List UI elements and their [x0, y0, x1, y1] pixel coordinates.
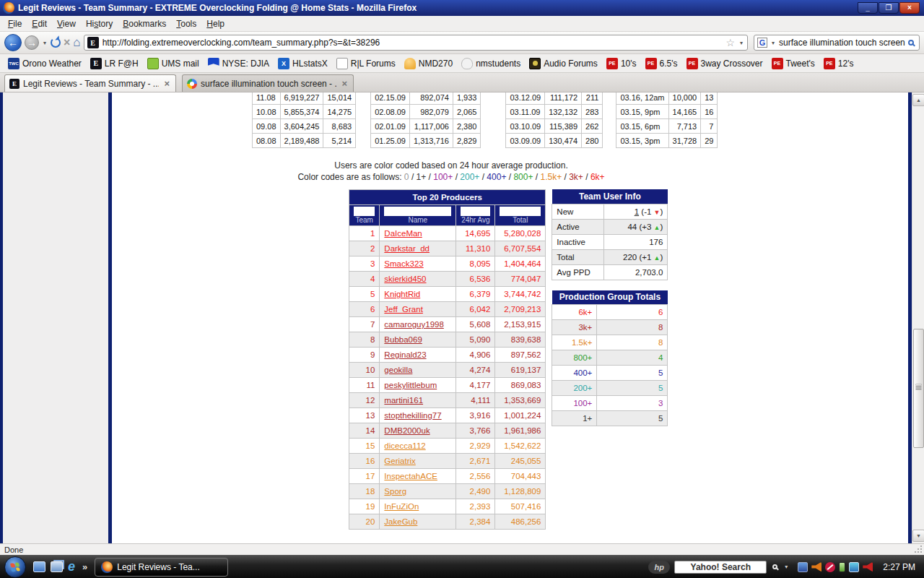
- team-user-info-row: New1 (-1 ▼): [552, 204, 668, 219]
- url-dropdown-icon[interactable]: ▾: [738, 40, 744, 46]
- minimize-button[interactable]: _: [858, 2, 878, 14]
- internet-explorer-icon[interactable]: e: [68, 561, 75, 572]
- tab-legit-reviews[interactable]: E Legit Reviews - Team Summary - ... ×: [4, 74, 176, 92]
- scroll-down-button[interactable]: ▼: [912, 530, 924, 542]
- bookmark-item[interactable]: XHLstatsX: [274, 56, 331, 71]
- bookmark-item[interactable]: PETweet's: [768, 56, 819, 71]
- vertical-scrollbar[interactable]: ▲ ▼: [912, 92, 924, 543]
- stop-button[interactable]: ×: [64, 36, 70, 49]
- url-input[interactable]: http://folding.extremeoverclocking.com/t…: [103, 38, 723, 48]
- search-bar[interactable]: G ▾ surface illumination touch screen: [754, 35, 920, 51]
- menu-history[interactable]: History: [81, 17, 118, 30]
- producer-user-link[interactable]: Jeff_Grant: [384, 305, 423, 314]
- producer-user-link[interactable]: DMB2000uk: [384, 426, 430, 435]
- producer-user-link[interactable]: Bubba069: [384, 335, 422, 344]
- volume-tray-icon[interactable]: [811, 562, 821, 572]
- producer-user-link[interactable]: JakeGub: [384, 517, 417, 526]
- history-date-cell: 02.08.09: [371, 105, 410, 119]
- bookmark-item[interactable]: ELR F@H: [87, 56, 142, 71]
- menu-help[interactable]: Help: [201, 17, 230, 30]
- window-switcher-icon[interactable]: [51, 561, 63, 572]
- reload-button[interactable]: [51, 38, 61, 48]
- yahoo-search-input[interactable]: Yahoo! Search: [674, 561, 767, 574]
- tab-google-search[interactable]: surface illumination touch screen - ... …: [182, 74, 354, 92]
- bookmark-item[interactable]: PE3way Crossover: [683, 56, 767, 71]
- menu-view[interactable]: View: [52, 17, 81, 30]
- yahoo-search-icon[interactable]: [772, 564, 777, 569]
- producer-user-link[interactable]: Reginald23: [384, 350, 426, 359]
- scrollbar-thumb[interactable]: [913, 329, 924, 448]
- menu-bookmarks[interactable]: Bookmarks: [118, 17, 171, 30]
- muted-tray-icon[interactable]: [863, 562, 873, 572]
- history-dropdown-icon[interactable]: ▾: [42, 40, 48, 46]
- color-code-400+: 400+: [487, 172, 506, 182]
- bookmark-star-icon[interactable]: ☆: [725, 37, 735, 48]
- yahoo-dropdown-icon[interactable]: ▾: [783, 564, 789, 570]
- producer-rank: 7: [349, 317, 380, 332]
- messenger-tray-icon[interactable]: [798, 562, 808, 572]
- restore-button[interactable]: ❐: [879, 2, 899, 14]
- bookmark-item[interactable]: PE6.5's: [642, 56, 681, 71]
- producer-user-link[interactable]: KnightRid: [384, 290, 420, 298]
- producer-user-link[interactable]: camaroguy1998: [384, 320, 443, 329]
- search-engine-dropdown-icon[interactable]: ▾: [770, 40, 776, 46]
- producer-user-link[interactable]: Smack323: [384, 259, 423, 268]
- windows-logo-icon: [10, 562, 20, 572]
- producer-user-link[interactable]: stopthekilling77: [384, 411, 441, 420]
- menu-tools[interactable]: Tools: [171, 17, 201, 30]
- bookmark-item[interactable]: Audio Forums: [526, 56, 601, 71]
- taskbar-app-button[interactable]: Legit Reviews - Tea...: [95, 558, 228, 577]
- scroll-up-button[interactable]: ▲: [912, 94, 924, 106]
- producer-user-link[interactable]: Geriatrix: [384, 457, 415, 465]
- quicklaunch-overflow-icon[interactable]: »: [79, 561, 90, 572]
- url-bar[interactable]: E http://folding.extremeoverclocking.com…: [84, 35, 748, 51]
- tab-close-icon[interactable]: ×: [340, 78, 349, 89]
- start-button[interactable]: [4, 556, 26, 578]
- menu-file[interactable]: File: [3, 17, 27, 30]
- group-label: 1+: [552, 411, 597, 426]
- producer-avg: 6,536: [456, 272, 495, 287]
- menu-bar: FileEditViewHistoryBookmarksToolsHelp: [0, 16, 924, 32]
- producer-user-link[interactable]: Sporg: [384, 487, 406, 496]
- history-units-cell: 1,933: [453, 92, 481, 105]
- bookmarks-toolbar: TWCOrono WeatherELR F@HUMS mailNYSE: DJI…: [0, 54, 924, 73]
- network-tray-icon[interactable]: [849, 562, 859, 572]
- producer-user-link[interactable]: skierkid450: [384, 275, 426, 283]
- trend-tray-icon[interactable]: [825, 562, 835, 572]
- resize-grip[interactable]: [914, 545, 923, 553]
- search-icon[interactable]: [908, 40, 914, 46]
- producer-user-link[interactable]: InFuZiOn: [384, 502, 419, 511]
- show-desktop-icon[interactable]: [33, 561, 45, 572]
- producer-user-link[interactable]: dicecca112: [384, 441, 425, 450]
- menu-edit[interactable]: Edit: [27, 17, 52, 30]
- producer-user-link[interactable]: peskylittlebum: [384, 381, 437, 389]
- producer-user-link[interactable]: DaIceMan: [384, 229, 422, 238]
- forward-button[interactable]: →: [25, 35, 39, 50]
- search-input[interactable]: surface illumination touch screen: [779, 38, 905, 48]
- bookmark-item[interactable]: R|L Forums: [333, 56, 399, 71]
- google-favicon: [187, 79, 197, 89]
- producer-user-link[interactable]: Darkstar_dd: [384, 244, 430, 253]
- bookmark-item[interactable]: NMD270: [401, 56, 456, 71]
- pe-icon: PE: [645, 58, 657, 69]
- color-code-800+: 800+: [513, 172, 533, 182]
- bookmark-item[interactable]: NYSE: DJIA: [204, 56, 273, 71]
- bookmark-item[interactable]: UMS mail: [144, 56, 203, 71]
- producer-user-link[interactable]: geokilla: [384, 366, 412, 374]
- production-group-row: 400+5: [552, 366, 668, 381]
- bookmark-item[interactable]: PE12's: [820, 56, 858, 71]
- close-button[interactable]: ×: [899, 2, 920, 14]
- producer-user-link[interactable]: martini161: [384, 396, 423, 405]
- producer-user-cell: geokilla: [380, 363, 456, 378]
- color-code-separator: /: [562, 172, 569, 182]
- bookmark-item[interactable]: nmstudents: [458, 56, 524, 71]
- bookmark-item[interactable]: PE10's: [603, 56, 640, 71]
- history-row: 03.15, 3pm31,72829: [616, 134, 718, 148]
- tab-close-icon[interactable]: ×: [162, 78, 171, 89]
- producer-user-link[interactable]: InspectahACE: [384, 472, 437, 480]
- home-button[interactable]: ⌂: [73, 35, 80, 50]
- battery-tray-icon[interactable]: [839, 562, 845, 572]
- history-date-cell: 03.10.09: [506, 119, 545, 134]
- bookmark-item[interactable]: TWCOrono Weather: [4, 56, 85, 71]
- back-button[interactable]: ←: [4, 34, 22, 51]
